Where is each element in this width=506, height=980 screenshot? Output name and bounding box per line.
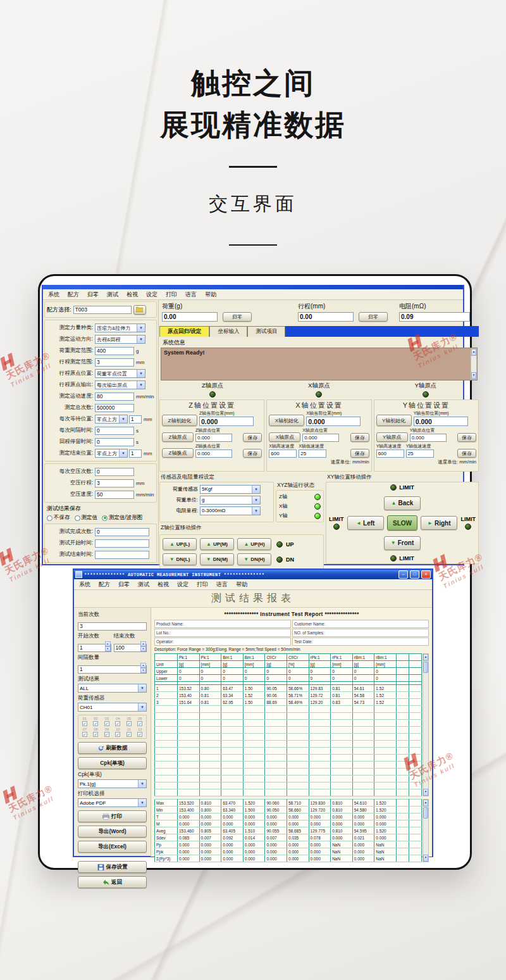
window2-titlebar[interactable]: ************** AUTOMATIC MEASUREMENT INS… — [74, 570, 432, 579]
z-up-button[interactable]: ▲UP(L) — [163, 538, 197, 550]
menu-item-6[interactable]: 设定 — [146, 291, 157, 299]
axis-origin-button[interactable]: Y轴原点 — [376, 432, 408, 442]
report-info-field[interactable]: Lot No.: — [154, 629, 291, 637]
system-info-scrollbar[interactable]: ▲ ▼ — [471, 348, 477, 380]
maximize-button[interactable]: □ — [410, 570, 419, 579]
cpk-button[interactable]: Cpk(单项) — [78, 757, 147, 769]
sensor-select[interactable]: g▼ — [200, 496, 261, 505]
menu-item-4[interactable]: 测试 — [138, 581, 149, 589]
sensor-select[interactable]: 5Kgf▼ — [200, 485, 261, 494]
zero-button[interactable]: 归零 — [223, 312, 252, 322]
axis-value-input[interactable] — [299, 449, 326, 458]
save-option[interactable]: 测定值 — [75, 514, 98, 522]
close-button[interactable]: × — [421, 570, 431, 579]
move-right-button[interactable]: ► Right — [421, 516, 457, 530]
sensor-select[interactable]: 0-3000mΩ▼ — [200, 506, 261, 515]
field-input[interactable] — [95, 539, 149, 548]
axis-value-input[interactable] — [195, 434, 232, 442]
move-front-button[interactable]: ▼ Front — [384, 536, 421, 550]
channel-checkbox[interactable]: ✓ — [82, 721, 87, 726]
menu-item-9[interactable]: 帮助 — [236, 581, 247, 589]
menu-item-3[interactable]: 归零 — [118, 581, 130, 589]
menu-item-5[interactable]: 检视 — [126, 291, 138, 299]
channel-checkbox[interactable]: ✓ — [115, 732, 120, 737]
scrollbar-thumb[interactable] — [423, 807, 428, 819]
stats-table-scrollbar[interactable]: ▲ ▼ — [423, 799, 429, 862]
scroll-down-icon[interactable]: ▼ — [423, 855, 428, 862]
save-settings-button[interactable]: 保存设置 — [78, 861, 147, 873]
spin-up-icon[interactable]: ▲ — [105, 641, 111, 646]
channel-checkbox[interactable]: ✓ — [115, 721, 120, 726]
z-up-button[interactable]: ▲UP(M) — [200, 538, 234, 550]
field-input[interactable] — [95, 479, 134, 487]
menu-item-2[interactable]: 配方 — [99, 581, 110, 589]
open-recipe-button[interactable] — [133, 305, 146, 315]
axis-origin-button[interactable]: X轴原点 — [269, 432, 300, 442]
tab-3[interactable]: 测试项目 — [247, 326, 285, 337]
scrollbar-thumb[interactable] — [423, 662, 428, 673]
axis-value-input[interactable] — [302, 434, 339, 442]
field-input[interactable] — [95, 427, 134, 435]
field-select[interactable]: 压缩力&拉伸力▼ — [95, 324, 145, 332]
menu-item-8[interactable]: 语言 — [216, 581, 228, 589]
interval-input[interactable] — [78, 665, 147, 674]
move-back-button[interactable]: ▲ Back — [384, 496, 421, 510]
tab-2[interactable]: 坐标输入 — [209, 326, 247, 337]
field-input[interactable] — [95, 551, 149, 559]
spinner-buttons[interactable]: ▲▼ — [140, 663, 146, 673]
minimize-button[interactable]: – — [398, 570, 408, 579]
export-word-button[interactable]: 导出(Word) — [78, 826, 147, 838]
menu-item-4[interactable]: 测试 — [107, 291, 118, 299]
menu-item-7[interactable]: 打印 — [197, 581, 208, 589]
spin-up-icon[interactable]: ▲ — [140, 663, 146, 668]
radio-button[interactable] — [75, 515, 80, 521]
radio-button[interactable] — [47, 515, 52, 521]
save-option[interactable]: 不保存 — [47, 514, 70, 522]
field-input[interactable] — [95, 528, 149, 536]
save-button[interactable]: 保存 — [457, 449, 476, 458]
scroll-down-icon[interactable]: ▼ — [423, 789, 428, 796]
current-count-input[interactable] — [78, 622, 147, 631]
axis-init-button[interactable]: Y轴初始化 — [376, 415, 412, 426]
zero-button[interactable]: 归零 — [359, 312, 388, 322]
radio-button[interactable] — [102, 515, 108, 521]
menu-item-1[interactable]: 系统 — [79, 581, 90, 589]
menu-item-8[interactable]: 语言 — [185, 291, 197, 299]
interval-spinner[interactable]: ▲▼ — [78, 662, 147, 674]
field-input-secondary[interactable] — [129, 415, 142, 424]
menu-item-3[interactable]: 归零 — [87, 291, 99, 299]
report-info-field[interactable]: Customer Name: — [292, 620, 429, 628]
axis-switch-button[interactable]: Z轴换点 — [162, 448, 194, 458]
menu-item-5[interactable]: 检视 — [157, 581, 169, 589]
tab-1[interactable]: 原点回归/设定 — [159, 326, 209, 337]
channel-checkbox[interactable]: ✓ — [126, 732, 132, 737]
scroll-up-icon[interactable]: ▲ — [471, 349, 476, 356]
channel-checkbox[interactable]: ✓ — [93, 732, 98, 737]
save-button[interactable]: 保存 — [350, 449, 369, 458]
channel-checkbox[interactable]: ✓ — [137, 721, 142, 726]
field-select[interactable]: 零点上方▼ — [95, 449, 128, 458]
field-select[interactable]: 去程&回程▼ — [95, 335, 145, 344]
menu-item-1[interactable]: 系统 — [48, 291, 59, 299]
scroll-up-icon[interactable]: ▲ — [423, 654, 428, 661]
channel-checkbox[interactable]: ✓ — [104, 732, 109, 737]
spin-down-icon[interactable]: ▼ — [140, 668, 146, 673]
axis-value-input[interactable] — [410, 434, 447, 442]
field-select[interactable]: 荷重零点位置▼ — [95, 369, 145, 378]
axis-init-button[interactable]: X轴初始化 — [269, 415, 304, 426]
axis-value-input[interactable] — [376, 449, 404, 458]
menu-item-9[interactable]: 帮助 — [205, 291, 216, 299]
export-excel-button[interactable]: 导出(Excel) — [78, 841, 147, 853]
channel-checkbox[interactable]: ✓ — [93, 721, 98, 726]
axis-value-input[interactable] — [195, 449, 232, 458]
spin-down-icon[interactable]: ▼ — [105, 646, 111, 651]
field-select[interactable]: 零点上方▼ — [95, 415, 128, 424]
spinner-buttons[interactable]: ▲▼ — [140, 641, 146, 651]
field-input[interactable] — [95, 438, 134, 446]
menu-item-6[interactable]: 设定 — [177, 581, 188, 589]
slow-button[interactable]: SLOW — [387, 515, 417, 531]
z-up-button[interactable]: ▲UP(H) — [237, 538, 271, 550]
report-info-field[interactable]: NO. of Samples: — [292, 629, 429, 637]
report-table-scrollbar[interactable]: ▲ ▼ — [423, 653, 429, 796]
channel-checkbox[interactable]: ✓ — [137, 732, 142, 737]
